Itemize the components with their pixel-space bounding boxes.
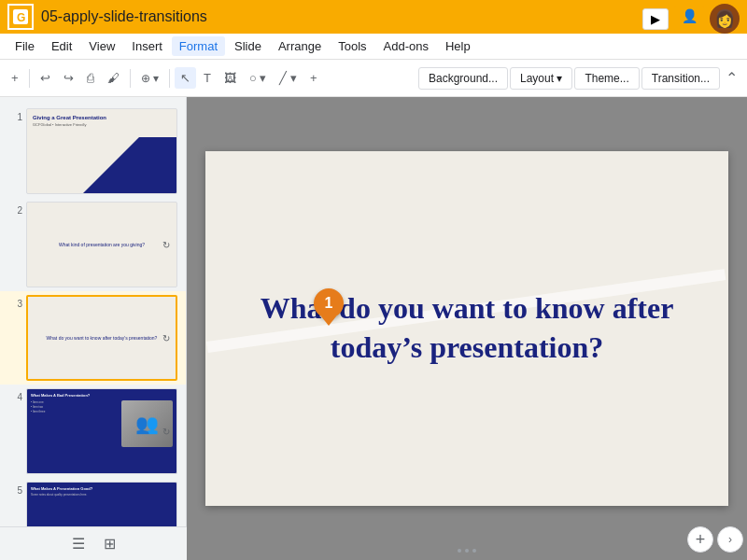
- thumb5-title: What Makes A Presentation Good?: [31, 486, 173, 491]
- title-right-controls: ▶ 👤 👩: [642, 4, 740, 34]
- app-icon: G: [7, 4, 34, 30]
- grid-view-icon[interactable]: ⊞: [104, 535, 116, 553]
- slide-transition-icon-2: ↻: [162, 240, 170, 250]
- add-button[interactable]: +: [6, 67, 24, 89]
- thumb4-title: What Makes A Bad Presentation?: [31, 393, 173, 398]
- theme-button[interactable]: Theme...: [574, 67, 639, 90]
- canvas-main-text: What do you want to know after today’s p…: [243, 289, 691, 367]
- slide-item-1[interactable]: 1 Giving a Great Presentation GCFGlobal …: [0, 105, 186, 198]
- print-button[interactable]: ⎙: [81, 67, 100, 89]
- slide-thumbnail-2: What kind of presentation are you giving…: [26, 202, 177, 287]
- svg-text:G: G: [17, 11, 25, 24]
- thumb4-image: 👥: [121, 400, 173, 447]
- redo-button[interactable]: ↪: [58, 67, 79, 89]
- slide-number-3: 3: [7, 299, 22, 309]
- avatar[interactable]: 👩: [710, 4, 740, 34]
- thumb1-title: Giving a Great Presentation: [27, 109, 176, 122]
- menu-bar: File Edit View Insert Format Slide Arran…: [0, 34, 747, 60]
- menu-file[interactable]: File: [7, 36, 42, 56]
- thumb5-text: Some notes about quality presentations h…: [31, 493, 173, 497]
- more-button[interactable]: +: [304, 67, 323, 89]
- toolbar: + ↩ ↪ ⎙ 🖌 ⊕ ▾ ↖ T 🖼 ○ ▾ ╱ ▾ + Background…: [0, 60, 747, 97]
- share-icon: 👤: [682, 8, 698, 23]
- slide-transition-icon-3: ↻: [162, 333, 170, 343]
- menu-help[interactable]: Help: [438, 36, 478, 56]
- menu-slide[interactable]: Slide: [227, 36, 269, 56]
- divider1: [29, 69, 30, 88]
- file-name: 05-apply-slide-transitions: [41, 8, 704, 25]
- undo-button[interactable]: ↩: [35, 67, 56, 89]
- slide-panel: 1 Giving a Great Presentation GCFGlobal …: [0, 97, 187, 560]
- main-area: 1 Giving a Great Presentation GCFGlobal …: [0, 97, 747, 560]
- slide-item-4[interactable]: 4 What Makes A Bad Presentation? • Item …: [0, 385, 186, 478]
- divider2: [130, 69, 131, 88]
- text-button[interactable]: T: [198, 67, 217, 89]
- step-1-indicator: 1: [314, 288, 344, 318]
- slide-number-1: 1: [7, 112, 22, 122]
- image-button[interactable]: 🖼: [218, 67, 242, 89]
- present-button[interactable]: ▶: [642, 8, 669, 30]
- slide-thumbnail-3: What do you want to know after today's p…: [26, 295, 177, 381]
- menu-arrange[interactable]: Arrange: [271, 36, 329, 56]
- thumb4-content: • Item one • Item two • Item three 👥: [31, 400, 173, 447]
- slide-thumbnail-4: What Makes A Bad Presentation? • Item on…: [26, 388, 177, 474]
- menu-edit[interactable]: Edit: [44, 36, 79, 56]
- thumb3-text: What do you want to know after today's p…: [43, 331, 162, 344]
- share-button[interactable]: 👤: [674, 6, 704, 32]
- thumb4-list-item: • Item one: [31, 400, 119, 404]
- slide-canvas[interactable]: What do you want to know after today’s p…: [205, 151, 728, 506]
- menu-tools[interactable]: Tools: [331, 36, 374, 56]
- canvas-area: What do you want to know after today’s p…: [187, 97, 747, 560]
- menu-view[interactable]: View: [81, 36, 122, 56]
- thumb4-list: • Item one • Item two • Item three: [31, 400, 119, 447]
- divider3: [169, 69, 170, 88]
- thumb1-shape: [83, 137, 176, 193]
- background-button[interactable]: Background...: [418, 67, 508, 90]
- thumb4-list-item: • Item three: [31, 410, 119, 413]
- page-dots: [458, 549, 476, 553]
- slide-thumbnail-1: Giving a Great Presentation GCFGlobal • …: [26, 108, 177, 194]
- shape-button[interactable]: ○ ▾: [244, 67, 272, 89]
- slide-item-2[interactable]: 2 What kind of presentation are you givi…: [0, 198, 186, 291]
- expand-button[interactable]: ›: [717, 526, 743, 553]
- title-bar: G 05-apply-slide-transitions ☆ ▭ ▶ 👤 👩: [0, 0, 747, 34]
- present-icon: ▶: [651, 12, 660, 26]
- layout-button[interactable]: Layout ▾: [510, 67, 572, 90]
- thumb4-list-item: • Item two: [31, 405, 119, 409]
- page-dot-3: [472, 549, 476, 553]
- slide-nav: ☰ ⊞: [0, 526, 187, 560]
- cursor-button[interactable]: ↖: [175, 67, 196, 89]
- zoom-button[interactable]: ⊕ ▾: [135, 68, 164, 89]
- paint-format-button[interactable]: 🖌: [102, 67, 125, 89]
- add-slide-button[interactable]: +: [687, 526, 713, 553]
- thumb1-sub: GCFGlobal • Interactive Friendly: [27, 122, 176, 127]
- menu-insert[interactable]: Insert: [124, 36, 170, 56]
- slide-number-5: 5: [7, 485, 22, 496]
- menu-addons[interactable]: Add-ons: [376, 36, 436, 56]
- slide-transition-icon-4: ↻: [162, 427, 170, 437]
- slide-number-4: 4: [7, 392, 22, 402]
- list-view-icon[interactable]: ☰: [72, 535, 85, 553]
- collapse-toolbar-button[interactable]: ⌃: [722, 65, 741, 91]
- page-dot-1: [458, 549, 461, 553]
- slide-number-2: 2: [7, 205, 22, 216]
- transition-button[interactable]: Transition...: [641, 67, 720, 90]
- slide-item-3[interactable]: 3 What do you want to know after today's…: [0, 291, 186, 385]
- menu-format[interactable]: Format: [172, 36, 225, 56]
- line-button[interactable]: ╱ ▾: [274, 67, 303, 89]
- avatar-image: 👩: [714, 8, 735, 29]
- page-dot-2: [465, 549, 469, 553]
- thumb2-text: What kind of presentation are you giving…: [55, 238, 148, 251]
